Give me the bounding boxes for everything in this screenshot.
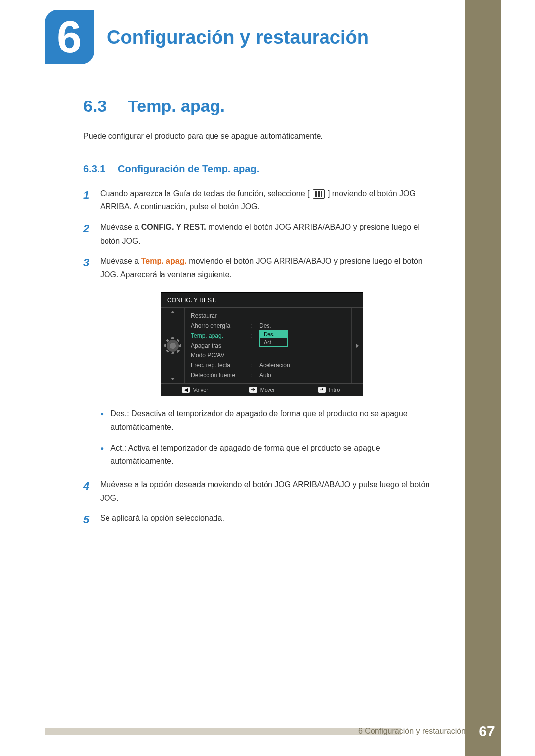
- osd-menu: Restaurar Ahorro energía : Des. Temp. ap…: [184, 308, 352, 383]
- osd-footer-move: ✢Mover: [228, 387, 295, 393]
- step-text: Muévase a la opción deseada moviendo el …: [100, 478, 441, 504]
- osd-colon: :: [250, 322, 259, 329]
- osd-icon-column: [161, 308, 184, 383]
- bullet-des-text: : Desactiva el temporizador de apagado d…: [110, 409, 408, 431]
- osd-row-ahorro: Ahorro energía : Des.: [185, 321, 351, 331]
- footer-chapter-label: 6 Configuración y restauración: [358, 727, 466, 736]
- osd-row-frec-rep: Frec. rep. tecla : Aceleración: [185, 360, 351, 370]
- page-number: 67: [473, 720, 501, 742]
- chevron-down-icon: [171, 378, 175, 380]
- step-4: 4 Muévase a la opción deseada moviendo e…: [83, 478, 441, 504]
- step-2-part-a: Muévase a: [100, 223, 141, 231]
- section-intro: Puede configurar el producto para que se…: [83, 132, 441, 141]
- osd-title: CONFIG. Y REST.: [161, 293, 363, 308]
- osd-colon: :: [250, 372, 259, 379]
- osd-row-deteccion: Detección fuente : Auto: [185, 370, 351, 380]
- osd-row-modo-pcav: Modo PC/AV: [185, 351, 351, 360]
- osd-label: Frec. rep. tecla: [191, 362, 250, 369]
- osd-label: Temp. apag.: [191, 332, 250, 339]
- gear-icon: [167, 340, 179, 352]
- osd-right-arrow-col: [352, 308, 363, 383]
- move-icon: ✢: [249, 387, 257, 393]
- step-3-bold: Temp. apag.: [141, 257, 187, 265]
- steps-list-cont: 4 Muévase a la opción deseada moviendo e…: [83, 478, 441, 529]
- osd-figure: CONFIG. Y REST. Restaurar Ahorro energía: [83, 292, 441, 396]
- chapter-header: 6 Configuración y restauración: [45, 0, 441, 64]
- step-1: 1 Cuando aparezca la Guía de teclas de f…: [83, 187, 441, 213]
- osd-row-restaurar: Restaurar: [185, 311, 351, 321]
- osd-footer-move-label: Mover: [260, 387, 275, 393]
- osd-value: Aceleración: [259, 362, 345, 369]
- osd-label: Apagar tras: [191, 342, 250, 349]
- osd-label: Ahorro energía: [191, 322, 250, 329]
- step-number: 4: [83, 477, 100, 504]
- step-5: 5 Se aplicará la opción seleccionada.: [83, 511, 441, 529]
- osd-value: Auto: [259, 372, 345, 379]
- subsection-title: Configuración de Temp. apag.: [118, 163, 259, 175]
- osd-footer-back-label: Volver: [193, 387, 208, 393]
- osd-footer-enter: ↵Intro: [296, 387, 363, 393]
- step-text: Se aplicará la opción seleccionada.: [100, 511, 224, 529]
- section-title: Temp. apag.: [128, 97, 225, 116]
- back-icon: ◀: [182, 387, 190, 393]
- step-2: 2 Muévase a CONFIG. Y REST. moviendo el …: [83, 220, 441, 247]
- step-number: 2: [83, 219, 100, 247]
- osd-value: Des.: [259, 322, 345, 329]
- osd-panel: CONFIG. Y REST. Restaurar Ahorro energía: [161, 292, 363, 396]
- osd-footer-enter-label: Intro: [329, 387, 340, 393]
- content: 6.3 Temp. apag. Puede configurar el prod…: [45, 97, 441, 529]
- option-bullets: ● Des.: Desactiva el temporizador de apa…: [100, 407, 441, 468]
- bullet-text: Act.: Activa el temporizador de apagado …: [110, 441, 441, 468]
- step-number: 1: [83, 186, 100, 213]
- osd-label: Modo PC/AV: [191, 352, 250, 359]
- bullet-act: ● Act.: Activa el temporizador de apagad…: [100, 441, 441, 468]
- bullet-dot-icon: ●: [100, 409, 104, 434]
- chevron-up-icon: [171, 311, 175, 313]
- bullet-text: Des.: Desactiva el temporizador de apaga…: [110, 407, 441, 434]
- section-number: 6.3: [83, 97, 128, 116]
- osd-dropdown-option: Act.: [260, 338, 287, 346]
- step-3: 3 Muévase a Temp. apag. moviendo el botó…: [83, 254, 441, 281]
- osd-footer: ◀Volver ✢Mover ↵Intro: [161, 383, 363, 396]
- osd-dropdown: Des. Act.: [259, 330, 288, 347]
- osd-label: Detección fuente: [191, 372, 250, 379]
- chevron-right-icon: [356, 344, 359, 348]
- bullet-act-bold: Act.: [110, 444, 124, 452]
- step-text: Muévase a CONFIG. Y REST. moviendo el bo…: [100, 220, 441, 247]
- step-number: 5: [83, 510, 100, 529]
- osd-colon: :: [250, 362, 259, 369]
- osd-dropdown-selected: Des.: [260, 330, 287, 338]
- subsection-number: 6.3.1: [83, 163, 118, 175]
- subsection-heading: 6.3.1 Configuración de Temp. apag.: [83, 163, 441, 175]
- step-1-part-a: Cuando aparezca la Guía de teclas de fun…: [100, 189, 310, 198]
- step-text: Muévase a Temp. apag. moviendo el botón …: [100, 254, 441, 281]
- bullet-des: ● Des.: Desactiva el temporizador de apa…: [100, 407, 441, 434]
- footer-bar: [45, 728, 401, 735]
- osd-footer-back: ◀Volver: [161, 387, 228, 393]
- section-heading: 6.3 Temp. apag.: [83, 97, 441, 116]
- bullet-act-text: : Activa el temporizador de apagado de f…: [110, 444, 380, 465]
- menu-icon: [313, 189, 325, 199]
- osd-label: Restaurar: [191, 312, 250, 319]
- page-footer: 6 Configuración y restauración 67: [358, 720, 501, 742]
- step-text: Cuando aparezca la Guía de teclas de fun…: [100, 187, 441, 213]
- bullet-dot-icon: ●: [100, 443, 104, 468]
- step-number: 3: [83, 253, 100, 281]
- step-3-part-a: Muévase a: [100, 257, 141, 265]
- chapter-title: Configuración y restauración: [107, 27, 369, 48]
- steps-list: 1 Cuando aparezca la Guía de teclas de f…: [83, 187, 441, 281]
- osd-body: Restaurar Ahorro energía : Des. Temp. ap…: [161, 308, 363, 383]
- page: 6 Configuración y restauración 6.3 Temp.…: [0, 0, 535, 529]
- step-2-bold: CONFIG. Y REST.: [141, 223, 206, 231]
- enter-icon: ↵: [318, 387, 326, 393]
- chapter-number-badge: 6: [45, 10, 94, 64]
- bullet-des-bold: Des.: [110, 409, 127, 418]
- osd-colon: :: [250, 332, 259, 339]
